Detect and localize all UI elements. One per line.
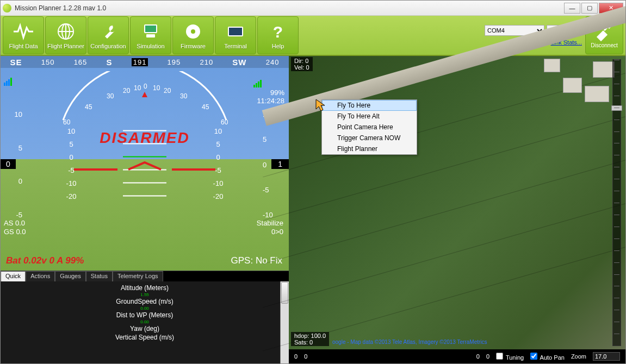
map-stat: 0 xyxy=(476,353,480,360)
toolbar-flight-planner[interactable]: Flight Planner xyxy=(45,16,86,54)
tab-gauges[interactable]: Gauges xyxy=(55,271,86,281)
toolbar-firmware[interactable]: Firmware xyxy=(172,16,214,54)
hud-mode-readout: Stabilize 0>0 xyxy=(257,219,283,236)
menu-trigger-camera-now[interactable]: Trigger Camera NOW xyxy=(322,133,417,143)
svg-text:20: 20 xyxy=(164,87,171,95)
svg-rect-10 xyxy=(229,28,242,35)
toolbar-label: Help xyxy=(272,43,284,49)
quick-label: GroundSpeed (m/s) xyxy=(1,297,289,306)
toolbar-label: Firmware xyxy=(181,43,206,49)
zoom-slider[interactable] xyxy=(612,59,621,346)
svg-point-8 xyxy=(191,29,195,34)
svg-text:45: 45 xyxy=(85,103,92,111)
map-stat: 0 xyxy=(294,353,297,360)
altitude-box: 1 xyxy=(271,159,289,169)
svg-text:10: 10 xyxy=(153,84,160,92)
svg-text:20: 20 xyxy=(123,87,131,95)
svg-text:30: 30 xyxy=(180,92,188,100)
toolbar-configuration[interactable]: Configuration xyxy=(88,16,129,54)
map-stat: 0 xyxy=(486,353,489,360)
svg-rect-6 xyxy=(146,34,155,37)
quick-value: 1.55 xyxy=(1,292,289,297)
globe-icon xyxy=(55,21,77,42)
quick-label: Vertical Speed (m/s) xyxy=(1,333,289,342)
quick-label: Yaw (deg) xyxy=(1,324,289,333)
svg-text:?: ? xyxy=(273,23,283,41)
data-tabs: Quick Actions Gauges Status Telemetry Lo… xyxy=(1,271,289,281)
menu-fly-to-here[interactable]: Fly To Here xyxy=(322,100,417,111)
map-stat: 0 xyxy=(304,353,307,360)
map-hdop-sats: hdop: 100.0 Sats: 0 xyxy=(291,332,329,346)
map-context-menu: Fly To Here Fly To Here Alt Point Camera… xyxy=(321,99,417,155)
map-bottom-bar: 0 0 0 0 Tuning Auto Pan Zoom xyxy=(289,349,625,363)
minimize-button[interactable]: — xyxy=(564,3,580,14)
signal-bars-right xyxy=(253,80,262,87)
menu-fly-to-here-alt[interactable]: Fly To Here Alt xyxy=(322,111,417,122)
battery-status: Bat 0.02v 0 A 99% xyxy=(6,255,84,266)
scrollbar[interactable] xyxy=(280,281,289,363)
hud-time-block: 99% 11:24:28 xyxy=(257,89,284,105)
quick-value: 0.00 xyxy=(1,306,289,311)
horizon-indicator xyxy=(74,161,215,178)
pulse-icon xyxy=(13,21,34,42)
tab-actions[interactable]: Actions xyxy=(26,271,55,281)
menu-flight-planner[interactable]: Flight Planner xyxy=(322,143,417,154)
toolbar-label: Flight Planner xyxy=(47,43,84,49)
signal-bars-left xyxy=(4,78,12,86)
zoom-input[interactable] xyxy=(593,352,620,361)
toolbar-terminal[interactable]: Terminal xyxy=(215,16,256,54)
sim-icon xyxy=(140,21,162,42)
airspeed-box: 0 xyxy=(1,159,16,169)
disconnect-label: Disconnect xyxy=(591,42,617,48)
quick-label: Dist to WP (Meters) xyxy=(1,311,289,319)
hud-display: SE 150 165 S 191 195 210 SW 240 60 45 30… xyxy=(1,56,289,271)
tab-status[interactable]: Status xyxy=(86,271,113,281)
roll-arc: 60 45 30 20 10 0 10 20 30 45 60 xyxy=(47,71,243,125)
compass-strip: SE 150 165 S 191 195 210 SW 240 xyxy=(1,56,289,68)
svg-text:30: 30 xyxy=(107,92,114,100)
wrench-icon xyxy=(97,21,119,42)
svg-text:45: 45 xyxy=(202,103,209,111)
tab-quick[interactable]: Quick xyxy=(1,271,26,281)
svg-marker-23 xyxy=(142,92,147,97)
toolbar-help[interactable]: ? Help xyxy=(257,16,299,54)
zoom-label: Zoom xyxy=(571,353,586,360)
toolbar-label: Flight Data xyxy=(9,43,38,49)
question-icon: ? xyxy=(267,21,289,42)
tab-telemetry-logs[interactable]: Telemetry Logs xyxy=(113,271,163,281)
toolbar-simulation[interactable]: Simulation xyxy=(130,16,171,54)
autopan-checkbox[interactable]: Auto Pan xyxy=(530,353,565,361)
tuning-checkbox[interactable]: Tuning xyxy=(496,353,524,361)
app-icon xyxy=(3,4,11,12)
toolbar-label: Configuration xyxy=(90,43,126,49)
svg-text:10: 10 xyxy=(134,84,141,92)
disc-icon xyxy=(182,21,204,42)
maximize-button[interactable]: ▢ xyxy=(581,3,598,14)
window-titlebar: Mission Planner 1.2.28 mav 1.0 — ▢ ✕ xyxy=(1,1,625,16)
quick-value: 0.00 xyxy=(1,319,289,324)
map-attribution: oogle - Map data ©2013 Tele Atlas, Image… xyxy=(332,339,487,345)
svg-text:0: 0 xyxy=(144,83,147,90)
toolbar-label: Simulation xyxy=(137,43,164,49)
terminal-icon xyxy=(225,21,246,42)
svg-rect-5 xyxy=(145,26,156,32)
map-dir-vel: Dir: 0 Vel: 0 xyxy=(291,57,313,71)
menu-point-camera-here[interactable]: Point Camera Here xyxy=(322,122,417,133)
quick-panel: Altitude (Meters) 1.55 GroundSpeed (m/s)… xyxy=(1,281,289,363)
map-panel[interactable]: Dir: 0 Vel: 0 hdop: 100.0 Sats: 0 oogle … xyxy=(289,56,625,363)
window-title: Mission Planner 1.2.28 mav 1.0 xyxy=(15,4,563,12)
toolbar-flight-data[interactable]: Flight Data xyxy=(3,16,44,54)
toolbar-label: Terminal xyxy=(224,43,247,49)
quick-label: Altitude (Meters) xyxy=(1,284,289,292)
hud-speed-readout: AS 0.0 GS 0.0 xyxy=(4,219,26,236)
